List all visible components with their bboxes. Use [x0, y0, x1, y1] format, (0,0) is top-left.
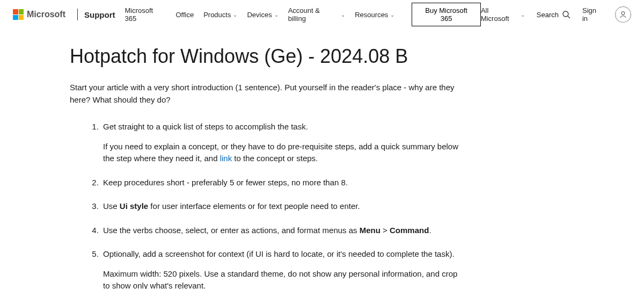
step-3: Use Ui style for user interface elements…	[101, 200, 462, 213]
step-5: Optionally, add a screenshot for context…	[101, 248, 462, 289]
step-4: Use the verbs choose, select, or enter a…	[101, 225, 462, 237]
step-1-note: If you need to explain a concept, or the…	[103, 141, 462, 165]
step-2: Keep procedures short - preferably 5 or …	[101, 177, 462, 189]
buy-button[interactable]: Buy Microsoft 365	[412, 3, 481, 26]
nav-account[interactable]: Account & billing ⌄	[288, 6, 346, 23]
chevron-down-icon: ⌄	[274, 12, 279, 18]
chevron-down-icon: ⌄	[521, 12, 525, 18]
nav-products[interactable]: Products ⌄	[203, 11, 237, 19]
user-icon	[619, 10, 627, 19]
menu-bold: Menu	[360, 226, 380, 235]
nav-all-microsoft[interactable]: All Microsoft ⌄	[481, 6, 525, 23]
intro-paragraph: Start your article with a very short int…	[70, 82, 462, 106]
chevron-down-icon: ⌄	[390, 12, 394, 18]
command-bold: Command	[390, 226, 429, 235]
steps-list: Get straight to a quick list of steps to…	[70, 121, 462, 289]
chevron-down-icon: ⌄	[341, 12, 345, 18]
global-header: Microsoft Support Microsoft 365 Office P…	[0, 0, 644, 29]
nav-devices-label: Devices	[247, 11, 272, 19]
svg-line-1	[568, 16, 570, 18]
header-right-group: All Microsoft ⌄ Search Sign in	[481, 6, 631, 23]
ui-style-bold: Ui style	[120, 201, 148, 211]
search-button[interactable]: Search	[537, 10, 570, 19]
header-divider	[77, 9, 78, 20]
nav-devices[interactable]: Devices ⌄	[247, 11, 278, 19]
nav-m365[interactable]: Microsoft 365	[125, 6, 166, 23]
nav-account-label: Account & billing	[288, 6, 339, 23]
microsoft-logo-icon	[13, 9, 24, 20]
search-icon	[562, 10, 570, 19]
brand-name: Microsoft	[27, 10, 65, 19]
search-label: Search	[537, 11, 559, 19]
nav-products-label: Products	[203, 11, 231, 19]
step-1: Get straight to a quick list of steps to…	[101, 121, 462, 165]
nav-support[interactable]: Support	[84, 10, 115, 19]
svg-point-2	[621, 12, 625, 15]
step-5-text: Optionally, add a screenshot for context…	[103, 249, 455, 258]
signin-link[interactable]: Sign in	[582, 6, 603, 23]
nav-office[interactable]: Office	[175, 11, 194, 19]
svg-point-0	[563, 11, 568, 17]
nav-all-microsoft-label: All Microsoft	[481, 6, 518, 23]
user-avatar[interactable]	[615, 6, 631, 23]
brand-logo-group[interactable]: Microsoft	[13, 9, 75, 20]
page-title: Hotpatch for Windows (Ge) - 2024.08 B	[70, 45, 462, 68]
nav-resources-label: Resources	[355, 11, 388, 19]
step-5-note: Maximum width: 520 pixels. Use a standar…	[103, 268, 462, 290]
nav-resources[interactable]: Resources ⌄	[355, 11, 394, 19]
article-body: Hotpatch for Windows (Ge) - 2024.08 B St…	[0, 29, 462, 289]
chevron-down-icon: ⌄	[233, 12, 237, 18]
primary-nav: Support Microsoft 365 Office Products ⌄ …	[84, 3, 481, 26]
step-1-text: Get straight to a quick list of steps to…	[103, 122, 308, 131]
concept-link[interactable]: link	[220, 154, 232, 163]
